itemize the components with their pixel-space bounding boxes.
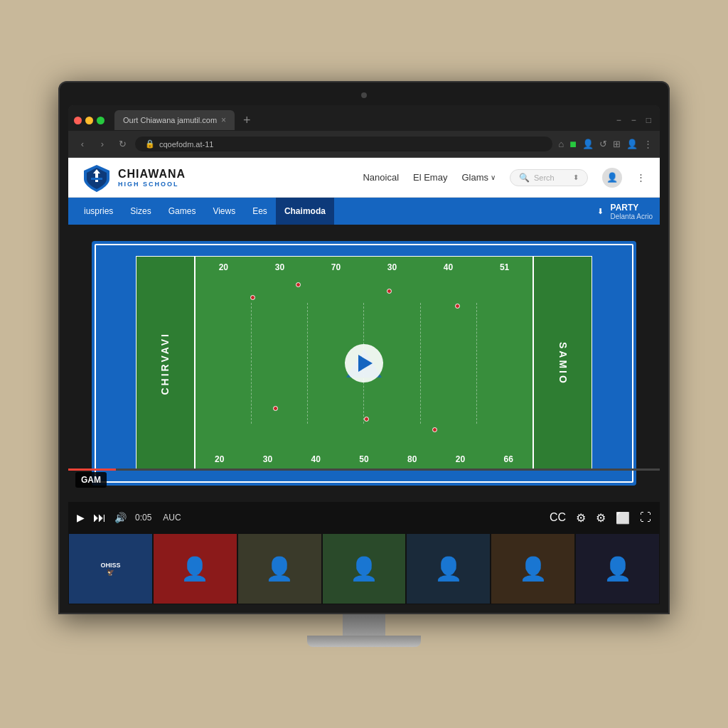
back-button[interactable]: ‹ xyxy=(75,139,90,149)
subnav-item-views[interactable]: Views xyxy=(204,198,244,225)
url-text: cqoefodm.at-11 xyxy=(159,140,213,149)
school-name-text: CHIAWANA HIGH SCHOOL xyxy=(118,168,186,188)
site-header: CHIAWANA HIGH SCHOOL Nanoical El Emay Gl… xyxy=(68,158,660,198)
video-section: CHIRVAVI SAMIO xyxy=(68,225,660,604)
monitor-wrapper: Ourt Chiawana jamutil.com × + − − □ ‹ › … xyxy=(44,81,684,647)
settings-icon-2[interactable]: ⚙ xyxy=(596,511,606,525)
thumb-inner-6: 👤 xyxy=(491,534,574,604)
traffic-lights xyxy=(74,117,105,124)
endzone-left-text: CHIRVAVI xyxy=(159,332,171,395)
endzone-left: CHIRVAVI xyxy=(136,257,196,470)
yard-numbers-top: 20 30 70 30 40 51 xyxy=(196,262,532,272)
thumbnail-7[interactable]: 👤 xyxy=(575,533,660,604)
person-silhouette-2: 👤 xyxy=(181,555,209,582)
subnav-item-games[interactable]: Games xyxy=(160,198,205,225)
person-silhouette-4: 👤 xyxy=(350,555,378,582)
player-dot-5 xyxy=(273,406,278,411)
user-avatar[interactable]: 👤 xyxy=(602,168,622,188)
party-sub: Delanta Acrio xyxy=(611,213,653,220)
thumbnail-4[interactable]: 👤 xyxy=(322,533,407,604)
website-content: CHIAWANA HIGH SCHOOL Nanoical El Emay Gl… xyxy=(68,158,660,604)
site-search-box[interactable]: 🔍 Serch ⬍ xyxy=(510,169,588,186)
menu-icon[interactable]: ⋮ xyxy=(643,139,653,149)
minimize-button[interactable]: − xyxy=(616,115,621,125)
current-time: 0:05 xyxy=(135,513,151,523)
new-tab-button[interactable]: + xyxy=(239,113,255,128)
search-sort-icon: ⬍ xyxy=(573,173,579,181)
video-controls-bar: ▶ ⏭ 🔊 0:05 AUC CC ⚙ ⚙ ⬜ ⛶ xyxy=(68,502,660,533)
download-button[interactable]: ⬇ xyxy=(597,207,604,216)
tab-title: Ourt Chiawana jamutil.com xyxy=(123,116,217,124)
browser-tab-active[interactable]: Ourt Chiawana jamutil.com × xyxy=(114,110,235,130)
thumbnail-2[interactable]: 👤 xyxy=(153,533,237,604)
nav-item-nanoical[interactable]: Nanoical xyxy=(363,172,399,183)
thumbnails-row: OHISS🦅 👤 👤 xyxy=(68,533,660,604)
traffic-light-red[interactable] xyxy=(74,117,82,124)
theater-mode-button[interactable]: ⬜ xyxy=(616,511,630,525)
home-icon[interactable]: ⌂ xyxy=(558,139,564,149)
subnav-item-sizes[interactable]: Sizes xyxy=(122,198,159,225)
play-pause-button[interactable]: ▶ xyxy=(77,512,85,523)
right-controls: CC ⚙ ⚙ ⬜ ⛶ xyxy=(550,511,651,525)
fullscreen-button[interactable]: ⛶ xyxy=(640,511,651,525)
tab-bar: Ourt Chiawana jamutil.com × + − − □ xyxy=(68,105,660,131)
person-silhouette-3: 👤 xyxy=(265,555,294,582)
captions-button[interactable]: CC xyxy=(550,511,566,525)
apps-icon[interactable]: ⊞ xyxy=(613,139,621,149)
thumb-inner-3: 👤 xyxy=(238,534,321,604)
nav-item-elemay[interactable]: El Emay xyxy=(413,172,447,183)
thumb-inner-1: OHISS🦅 xyxy=(69,534,152,604)
school-sub-heading: HIGH SCHOOL xyxy=(118,181,186,188)
gam-badge: GAM xyxy=(75,472,107,488)
maximize-button[interactable]: − xyxy=(631,115,636,125)
extension-icon-green[interactable]: ■ xyxy=(569,138,577,151)
party-label: PARTY xyxy=(611,203,653,213)
address-bar: ‹ › ↻ 🔒 cqoefodm.at-11 ⌂ ■ 👤 ↺ ⊞ 👤 ⋮ xyxy=(68,131,660,158)
thumbnail-3[interactable]: 👤 xyxy=(237,533,322,604)
monitor-stand-neck xyxy=(343,614,385,636)
thumbnail-5[interactable]: 👤 xyxy=(406,533,491,604)
dropdown-arrow-icon: ∨ xyxy=(491,173,496,181)
thumbnail-6[interactable]: 👤 xyxy=(491,533,575,604)
thumb-inner-4: 👤 xyxy=(323,534,406,604)
play-triangle-icon xyxy=(358,355,373,372)
search-placeholder-text: Serch xyxy=(534,173,555,182)
download-icon: ⬇ xyxy=(597,207,604,216)
subnav-item-iuspries[interactable]: iuspries xyxy=(75,198,122,225)
volume-icon[interactable]: 🔊 xyxy=(114,512,127,523)
profile-icon[interactable]: 👤 xyxy=(626,139,638,149)
forward-button[interactable]: › xyxy=(95,139,109,149)
nav-dropdown-glams[interactable]: Glams ∨ xyxy=(461,172,496,183)
nav-item-glams: Glams xyxy=(461,172,488,183)
video-player[interactable]: CHIRVAVI SAMIO xyxy=(68,225,660,502)
logo-area: CHIAWANA HIGH SCHOOL xyxy=(82,164,186,192)
thumb-inner-7: 👤 xyxy=(576,534,659,604)
player-dot-6 xyxy=(364,417,369,422)
url-input[interactable]: 🔒 cqoefodm.at-11 xyxy=(135,136,552,151)
skip-button[interactable]: ⏭ xyxy=(93,510,106,525)
tab-close-button[interactable]: × xyxy=(221,115,226,125)
window-controls: − − □ xyxy=(616,115,654,125)
search-icon: 🔍 xyxy=(519,173,530,183)
account-icon[interactable]: 👤 xyxy=(582,139,594,149)
subnav-item-chaimoda[interactable]: Chaimoda xyxy=(276,198,334,225)
refresh-icon[interactable]: ↺ xyxy=(599,139,607,149)
monitor-body: Ourt Chiawana jamutil.com × + − − □ ‹ › … xyxy=(58,81,670,614)
subnav-item-ees[interactable]: Ees xyxy=(244,198,276,225)
progress-bar[interactable] xyxy=(68,469,660,471)
play-button[interactable] xyxy=(345,344,383,382)
traffic-light-green[interactable] xyxy=(97,117,105,124)
school-name-heading: CHIAWANA xyxy=(118,168,186,181)
close-button[interactable]: □ xyxy=(646,115,651,125)
sub-navigation: iuspries Sizes Games Views Ees xyxy=(68,198,660,225)
settings-gear-icon[interactable]: ⚙ xyxy=(576,511,586,525)
thumb-inner-2: 👤 xyxy=(154,534,237,604)
traffic-light-yellow[interactable] xyxy=(85,117,93,124)
more-options-icon[interactable]: ⋮ xyxy=(636,172,646,183)
subnav-right-area: ⬇ PARTY Delanta Acrio xyxy=(597,203,653,220)
endzone-right: SAMIO xyxy=(532,257,592,470)
thumbnail-1[interactable]: OHISS🦅 xyxy=(68,533,153,604)
reload-button[interactable]: ↻ xyxy=(115,139,129,149)
monitor-stand-base xyxy=(307,636,421,647)
school-logo xyxy=(82,164,111,192)
